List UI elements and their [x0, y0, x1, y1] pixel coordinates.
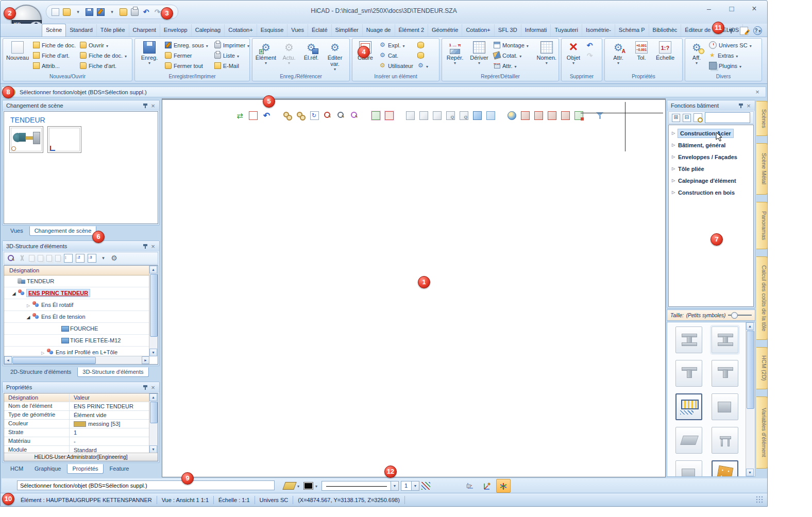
- ribbon-tab[interactable]: Éditeur de: [681, 24, 715, 37]
- dropdown-caret-icon[interactable]: [426, 63, 430, 69]
- cube-red-icon[interactable]: [521, 111, 530, 120]
- exploser-button[interactable]: Expl.: [378, 40, 415, 50]
- dropdown-caret-icon[interactable]: [519, 53, 523, 59]
- link-broken-icon[interactable]: [297, 111, 306, 120]
- pin-panel-icon[interactable]: [738, 102, 745, 109]
- ribbon-tab[interactable]: SFL 3D: [495, 24, 521, 37]
- scroll-up-icon[interactable]: [746, 322, 754, 330]
- tolerance-button[interactable]: Tol.: [631, 40, 652, 73]
- expander-icon[interactable]: [10, 290, 18, 296]
- slider-knob[interactable]: [731, 312, 738, 319]
- close-panel-icon[interactable]: [149, 243, 157, 250]
- surface-color-icon[interactable]: [282, 482, 296, 490]
- dropdown-caret-icon[interactable]: [206, 42, 210, 48]
- tree-row[interactable]: TENDEUR: [4, 275, 149, 287]
- fiche-dart-button[interactable]: Fiche d'art.: [31, 50, 77, 60]
- catalog-thumbnail[interactable]: [675, 427, 702, 454]
- close-panel-icon[interactable]: [149, 102, 157, 110]
- dropdown-caret-icon[interactable]: [736, 53, 740, 59]
- property-row[interactable]: Couleur messing [53]: [4, 420, 149, 428]
- fiche-de-doc-button[interactable]: Fiche de doc.: [31, 40, 77, 50]
- ribbon-tab[interactable]: Éclaté: [308, 24, 332, 37]
- property-row[interactable]: Nom de l'élément ENS PRINC TENDEUR: [4, 402, 149, 411]
- cotation-button[interactable]: Cotat.: [492, 50, 532, 60]
- scroll-left-icon[interactable]: [4, 356, 12, 364]
- expand-triangle-icon[interactable]: [669, 143, 678, 147]
- scrollbar-thumb[interactable]: [747, 331, 754, 409]
- tree-column-header[interactable]: Désignation: [4, 266, 149, 275]
- liste-button[interactable]: Liste: [213, 50, 253, 60]
- catalog-thumbnail[interactable]: [712, 460, 738, 476]
- spacer[interactable]: [500, 111, 503, 120]
- cube-pink-icon[interactable]: [385, 111, 394, 120]
- scene-thumbnail-2[interactable]: [47, 126, 81, 153]
- email-button[interactable]: E-Mail: [213, 61, 253, 71]
- enregistrer-button[interactable]: Enreg.: [137, 40, 162, 73]
- spacer[interactable]: [276, 111, 279, 120]
- cube-red-icon[interactable]: [548, 111, 556, 120]
- cube-quick-icon[interactable]: [460, 111, 468, 120]
- function-category[interactable]: Calepinage d'élément: [669, 175, 753, 186]
- catalog-thumbnail[interactable]: [712, 360, 738, 387]
- reperer-button[interactable]: Repér.: [444, 40, 466, 73]
- paste-icon[interactable]: [38, 255, 43, 262]
- line-color-icon[interactable]: [303, 482, 313, 490]
- dock-tab[interactable]: Feature: [105, 464, 134, 474]
- side-tab[interactable]: Scènes: [756, 101, 768, 136]
- collapse-tree-icon[interactable]: [64, 254, 73, 263]
- dropdown-caret-icon[interactable]: [454, 61, 456, 65]
- affichage-button[interactable]: Aff.: [687, 40, 706, 73]
- property-row[interactable]: Strate 1: [4, 428, 149, 437]
- element-button[interactable]: Élément: [254, 40, 278, 73]
- cube-green-icon[interactable]: [371, 111, 380, 120]
- attributs-button[interactable]: Attr.: [606, 40, 630, 73]
- side-tab[interactable]: HCM (2D): [756, 347, 768, 389]
- dropdown-caret-icon[interactable]: [546, 61, 548, 65]
- cube-red-icon[interactable]: [534, 111, 543, 120]
- nouveau-button[interactable]: Nouveau: [5, 40, 30, 73]
- spacer[interactable]: [398, 111, 401, 120]
- element-reference-button[interactable]: Él.réf.: [300, 40, 322, 73]
- close-panel-icon[interactable]: [149, 384, 157, 391]
- settings-gear-icon[interactable]: [110, 254, 118, 262]
- scrollbar-thumb[interactable]: [150, 274, 158, 337]
- ribbon-tab[interactable]: Charpent: [129, 24, 160, 37]
- ribbon-tab[interactable]: Esquisse: [257, 24, 288, 37]
- dropdown-caret-icon[interactable]: [334, 67, 336, 71]
- resize-grip[interactable]: [756, 496, 763, 504]
- dropdown-caret-icon[interactable]: [297, 482, 301, 489]
- attribut-text-button[interactable]: Attr.: [492, 61, 532, 71]
- scene-thumbnail-1[interactable]: [9, 126, 43, 153]
- ribbon-tab[interactable]: Informati: [521, 24, 551, 37]
- line-style-select[interactable]: [322, 481, 399, 491]
- tree-vertical-scrollbar[interactable]: [149, 266, 158, 356]
- world-cs-button[interactable]: [480, 479, 494, 493]
- fermer-button[interactable]: Fermer: [163, 50, 212, 60]
- scroll-right-icon[interactable]: [142, 356, 149, 364]
- expand-triangle-icon[interactable]: [669, 154, 678, 159]
- dropdown-caret-icon[interactable]: [515, 63, 519, 69]
- catalog-thumbnail[interactable]: [712, 393, 738, 420]
- pin-panel-icon[interactable]: [143, 243, 149, 249]
- preview-icon[interactable]: [693, 113, 702, 122]
- dropdown-caret-icon[interactable]: [750, 42, 754, 48]
- dropdown-caret-icon[interactable]: [411, 481, 419, 490]
- cube-gray-icon[interactable]: [419, 111, 428, 120]
- tree-row[interactable]: Ens Él rotatif: [4, 299, 149, 311]
- function-category[interactable]: Construction en bois: [669, 186, 753, 198]
- ribbon-tab[interactable]: Scène: [42, 24, 66, 37]
- more-icon[interactable]: [99, 254, 107, 262]
- dropdown-caret-icon[interactable]: [696, 61, 698, 65]
- function-category[interactable]: Tôle pliée: [669, 163, 753, 175]
- expander-icon[interactable]: [39, 349, 46, 355]
- supprimer-objet-button[interactable]: Objet: [563, 40, 584, 73]
- ribbon-tab[interactable]: Schéma P: [615, 24, 649, 37]
- editer-variante-button[interactable]: Éditer var.: [323, 40, 347, 73]
- dropdown-caret-icon[interactable]: [527, 42, 531, 48]
- cube-blue-icon[interactable]: [473, 111, 482, 120]
- scrollbar-thumb[interactable]: [150, 402, 158, 423]
- dropdown-caret-icon[interactable]: [315, 482, 319, 489]
- ribbon-tab[interactable]: Simplifier: [332, 24, 363, 37]
- expand-all-icon[interactable]: [672, 114, 680, 122]
- spacer[interactable]: [364, 111, 367, 120]
